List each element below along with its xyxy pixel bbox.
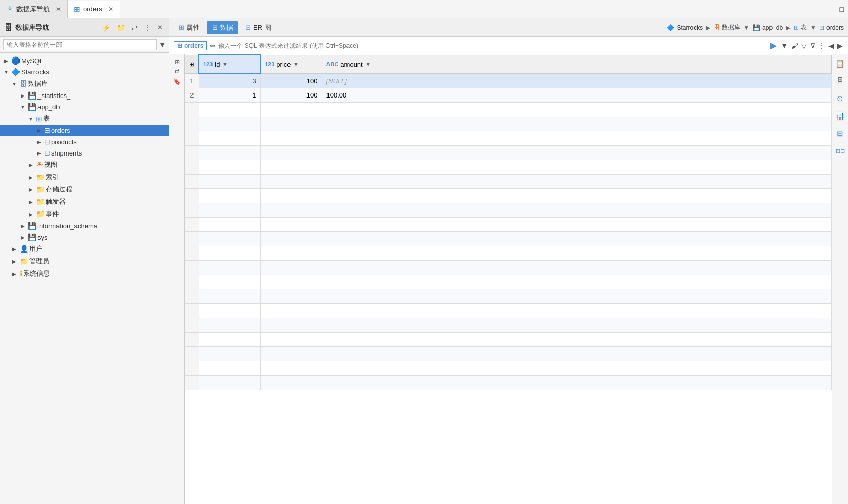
rs-icon-5[interactable]: ⊟ <box>833 126 847 141</box>
tree-item-information-schema[interactable]: ▶ 💾 information_schema <box>0 220 169 231</box>
tree-item-database-group[interactable]: ▼ 🗄 数据库 <box>0 77 169 90</box>
app-db-arrow[interactable]: ▼ <box>18 104 27 110</box>
cell-price-1[interactable]: 100 <box>260 73 322 88</box>
tree-item-users[interactable]: ▶ 👤 用户 <box>0 243 169 255</box>
arrange-icon[interactable]: ⊞ <box>172 59 182 66</box>
information-schema-arrow[interactable]: ▶ <box>18 223 27 229</box>
col-header-price[interactable]: 123 price ▼ <box>260 55 322 73</box>
tree-item-admins[interactable]: ▶ 📁 管理员 <box>0 255 169 267</box>
rs-icon-3[interactable]: ⊙ <box>833 91 847 106</box>
bc-table[interactable]: ⊞ 表 <box>794 23 807 32</box>
bc-database[interactable]: 🗄 数据库 <box>714 23 740 32</box>
tree-item-statistics[interactable]: ▶ 💾 _statistics_ <box>0 90 169 101</box>
triggers-arrow[interactable]: ▶ <box>27 199 35 205</box>
tree-item-products[interactable]: ▶ ⊟ products <box>0 136 169 147</box>
empty-row-num <box>185 289 199 303</box>
sql-paint-btn[interactable]: 🖌 <box>790 41 799 51</box>
folder-btn[interactable]: 📁 <box>114 23 127 33</box>
tree-item-events[interactable]: ▶ 📁 事件 <box>0 208 169 220</box>
tab-nav[interactable]: 🗄 数据库导航 ✕ <box>0 0 68 18</box>
sql-table-name: orders <box>184 42 203 49</box>
shipments-arrow[interactable]: ▶ <box>35 150 43 156</box>
sys-arrow[interactable]: ▶ <box>18 235 27 240</box>
connect-btn[interactable]: ⚡ <box>100 23 112 33</box>
tree-item-views[interactable]: ▶ 👁 视图 <box>0 159 169 171</box>
rs-icon-2[interactable]: ⊞↕ <box>833 74 847 88</box>
filter-btn[interactable]: ▼ <box>159 41 166 49</box>
cell-amount-2[interactable]: 100.00 <box>322 88 404 102</box>
sql-forward-btn[interactable]: ▶ <box>836 41 844 51</box>
procedures-arrow[interactable]: ▶ <box>27 187 35 192</box>
tree-item-app-db[interactable]: ▼ 💾 app_db <box>0 101 169 112</box>
database-group-arrow[interactable]: ▼ <box>10 81 18 87</box>
rs-icon-6[interactable]: ⊞⊟ <box>833 144 847 158</box>
admins-arrow[interactable]: ▶ <box>10 259 18 264</box>
empty-row <box>185 117 832 131</box>
tab-er[interactable]: ⊟ ER 图 <box>240 21 276 34</box>
sql-more-btn[interactable]: ⋮ <box>817 41 826 51</box>
table-scroll[interactable]: ⊞ 123 id ▼ <box>185 54 832 504</box>
empty-id <box>199 303 260 318</box>
col-header-id[interactable]: 123 id ▼ <box>199 55 260 73</box>
tree-item-sysinfo[interactable]: ▶ ℹ 系统信息 <box>0 267 169 280</box>
nav-tab-close[interactable]: ✕ <box>56 6 61 13</box>
tables-group-arrow[interactable]: ▼ <box>27 116 35 122</box>
views-arrow[interactable]: ▶ <box>27 162 35 168</box>
more-btn[interactable]: ⋮ <box>142 23 153 33</box>
sql-filter-btn[interactable]: ▽ <box>800 41 808 51</box>
search-input[interactable] <box>3 39 157 50</box>
tree-item-starrocks[interactable]: ▼ 🔷 Starrocks <box>0 66 169 77</box>
users-arrow[interactable]: ▶ <box>10 246 18 252</box>
tree-item-indexes[interactable]: ▶ 📁 索引 <box>0 171 169 183</box>
sql-run-btn[interactable]: ▶ <box>770 41 777 50</box>
app-db-label: app_db <box>37 103 167 111</box>
price-col-sort[interactable]: ▼ <box>293 61 299 68</box>
bc-starrocks[interactable]: 🔷 Starrocks <box>667 24 703 31</box>
orders-arrow[interactable]: ▶ <box>35 128 43 133</box>
sql-table-label[interactable]: ⊞ orders <box>174 41 207 50</box>
products-arrow[interactable]: ▶ <box>35 139 43 145</box>
cell-amount-1[interactable]: [NULL] <box>322 73 404 88</box>
tree-item-procedures[interactable]: ▶ 📁 存储过程 <box>0 183 169 196</box>
rs-icon-4[interactable]: 📊 <box>833 109 847 123</box>
statistics-arrow[interactable]: ▶ <box>18 93 27 99</box>
tab-properties[interactable]: ⊞ 属性 <box>174 21 205 34</box>
tree-item-tables-group[interactable]: ▼ ⊞ 表 <box>0 112 169 125</box>
sysinfo-arrow[interactable]: ▶ <box>10 271 18 277</box>
maximize-btn[interactable]: □ <box>840 5 844 13</box>
sql-back-btn[interactable]: ◀ <box>827 41 835 51</box>
tree-item-shipments[interactable]: ▶ ⊟ shipments <box>0 147 169 159</box>
tab-data[interactable]: ⊞ 数据 <box>207 21 238 34</box>
tree-item-triggers[interactable]: ▶ 📁 触发器 <box>0 196 169 208</box>
sync-btn[interactable]: ⇄ <box>129 23 140 33</box>
cell-id-2[interactable]: 1 <box>199 88 260 102</box>
sql-filter2-btn[interactable]: ⊽ <box>809 41 816 51</box>
table-row[interactable]: 2 1 100 100.00 <box>185 88 832 102</box>
empty-amount <box>322 102 404 117</box>
table-row[interactable]: 1 3 100 [NULL] <box>185 73 832 88</box>
col-header-amount[interactable]: ABC amount ▼ <box>322 55 404 73</box>
bc-app-db[interactable]: 💾 app_db <box>753 24 783 31</box>
orders-tab-close[interactable]: ✕ <box>108 6 113 13</box>
sort-icon[interactable]: ⇅ <box>172 68 182 75</box>
amount-col-sort[interactable]: ▼ <box>365 61 371 68</box>
starrocks-arrow[interactable]: ▼ <box>2 69 10 75</box>
cell-id-1[interactable]: 3 <box>199 73 260 88</box>
tree-item-sys[interactable]: ▶ 💾 sys <box>0 231 169 243</box>
bc-orders[interactable]: ⊟ orders <box>819 24 844 31</box>
minimize-btn[interactable]: — <box>828 5 836 13</box>
sql-input[interactable] <box>218 42 767 49</box>
id-col-sort[interactable]: ▼ <box>222 61 228 68</box>
left-panel-close[interactable]: ✕ <box>155 23 165 32</box>
tree-item-mysql[interactable]: ▶ 🔵 MySQL <box>0 55 169 66</box>
bookmark-icon[interactable]: 🔖 <box>172 77 182 86</box>
mysql-arrow[interactable]: ▶ <box>2 58 10 64</box>
cell-price-2[interactable]: 100 <box>260 88 322 102</box>
tab-orders[interactable]: ⊞ orders ✕ <box>68 1 120 18</box>
indexes-arrow[interactable]: ▶ <box>27 175 35 180</box>
tree-item-orders[interactable]: ▶ ⊟ orders <box>0 125 169 136</box>
sql-dropdown-btn[interactable]: ▼ <box>780 41 789 51</box>
events-arrow[interactable]: ▶ <box>27 211 35 217</box>
rs-icon-1[interactable]: 📋 <box>833 56 847 71</box>
empty-price <box>260 188 322 203</box>
